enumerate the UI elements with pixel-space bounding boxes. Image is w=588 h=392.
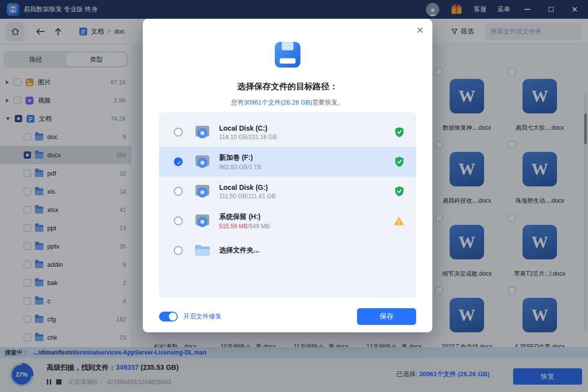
radio-button[interactable] [174, 128, 183, 137]
drive-capacity: 515.59 MB/549 MB [219, 223, 270, 230]
choose-folder-label: 选择文件夹... [219, 246, 260, 255]
subtitle-prefix: 您有 [231, 99, 244, 106]
drive-row-g[interactable]: Local Disk (G:) 111.50 GB/111.61 GB [159, 177, 416, 206]
save-destination-dialog: 选择保存文件的目标路径： 您有30961个文件(26.26 GB)需要恢复。 L… [143, 19, 432, 332]
warning-icon [393, 216, 404, 226]
choose-folder-row[interactable]: 选择文件夹... [159, 236, 416, 265]
drive-capacity-total: /549 MB [248, 223, 270, 230]
app-window: 易我数据恢复 专业版 终身 客服 菜单 文档 > doc [0, 0, 588, 392]
dialog-title: 选择保存文件的目标路径： [143, 81, 432, 92]
radio-button-checked[interactable] [174, 157, 183, 166]
dialog-footer: 开启文件修复 保存 [159, 307, 416, 326]
shield-ok-icon [394, 186, 404, 197]
drive-row-h[interactable]: 系统保留 (H:) 515.59 MB/549 MB [159, 206, 416, 236]
drive-capacity: 111.50 GB/111.61 GB [219, 193, 276, 200]
shield-ok-icon [394, 127, 404, 138]
drive-name: 新加卷 (F:) [219, 153, 261, 162]
file-repair-toggle[interactable] [159, 312, 178, 321]
drive-row-c[interactable]: Local Disk (C:) 118.10 GB/231.16 GB [159, 117, 416, 147]
drive-name: 系统保留 (H:) [219, 213, 270, 221]
dialog-close-icon[interactable] [417, 27, 424, 34]
dialog-subtitle: 您有30961个文件(26.26 GB)需要恢复。 [143, 98, 432, 107]
subtitle-suffix: 需要恢复。 [312, 99, 344, 106]
drive-list: Local Disk (C:) 118.10 GB/231.16 GB 新加卷 … [159, 112, 416, 298]
save-floppy-icon [273, 40, 302, 69]
drive-name: Local Disk (C:) [219, 124, 277, 132]
drive-name: Local Disk (G:) [219, 183, 276, 191]
drive-icon [194, 154, 211, 169]
radio-button[interactable] [174, 246, 183, 255]
drive-capacity-used: 515.59 MB [219, 223, 248, 230]
drive-row-f-selected[interactable]: 新加卷 (F:) 962.83 GB/1 TB [159, 147, 416, 177]
subtitle-highlight: 30961个文件(26.26 GB) [244, 99, 312, 106]
drive-capacity: 962.83 GB/1 TB [219, 164, 261, 171]
radio-button[interactable] [174, 187, 183, 196]
drive-icon [194, 184, 211, 199]
file-repair-label: 开启文件修复 [183, 312, 222, 321]
drive-icon [194, 125, 211, 140]
radio-button[interactable] [174, 216, 183, 225]
save-button[interactable]: 保存 [357, 308, 416, 325]
drive-capacity: 118.10 GB/231.16 GB [219, 134, 277, 141]
folder-icon [194, 244, 211, 257]
drive-icon [194, 214, 211, 228]
shield-ok-icon [394, 156, 404, 167]
